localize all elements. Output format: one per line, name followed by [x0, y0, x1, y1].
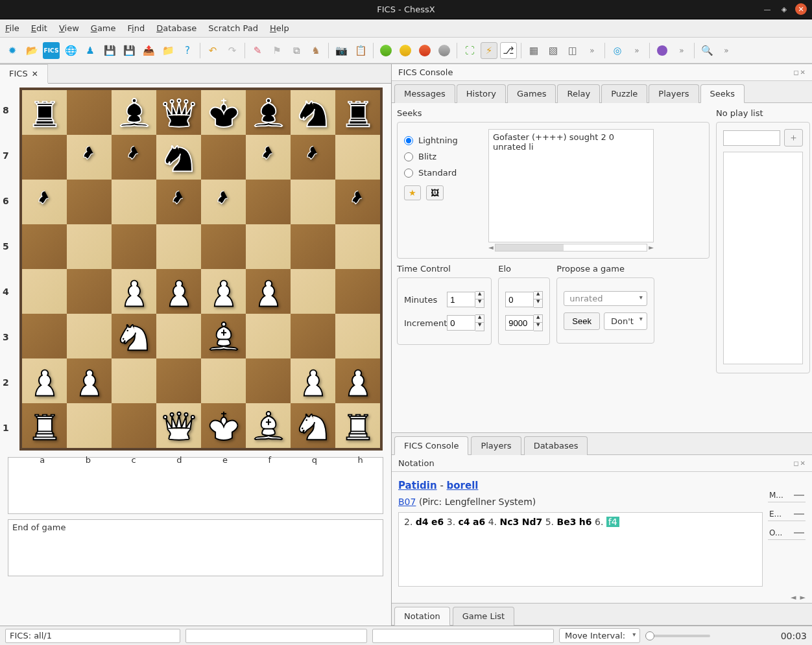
minutes-input[interactable]: [447, 292, 475, 307]
export-icon[interactable]: 📤: [140, 42, 157, 59]
noplay-add-button[interactable]: ＋: [784, 129, 803, 147]
square-d2[interactable]: [156, 358, 201, 403]
square-q6[interactable]: [291, 180, 335, 224]
square-h5[interactable]: [335, 224, 380, 269]
radio-lightning[interactable]: [404, 136, 413, 145]
square-q5[interactable]: [291, 224, 335, 269]
folder2-icon[interactable]: 📁: [160, 42, 176, 59]
noplay-input[interactable]: [723, 130, 780, 146]
radio-standard[interactable]: [404, 169, 413, 178]
undo-icon[interactable]: ↶: [204, 42, 221, 59]
folder-open-icon[interactable]: 📂: [23, 42, 40, 59]
rated-select[interactable]: unrated: [564, 291, 647, 306]
square-a1[interactable]: [22, 403, 67, 448]
annotation-box[interactable]: [8, 457, 383, 514]
tab-games[interactable]: Games: [507, 84, 556, 103]
radio-blitz[interactable]: [404, 152, 413, 161]
minimize-icon[interactable]: —: [761, 3, 773, 15]
lower-tab-databases[interactable]: Databases: [524, 436, 588, 455]
grid2-icon[interactable]: ▧: [545, 42, 562, 59]
redo-icon[interactable]: ↷: [224, 42, 241, 59]
target-icon[interactable]: ◎: [609, 42, 626, 59]
more3-icon[interactable]: »: [673, 42, 690, 59]
square-e6[interactable]: [201, 180, 246, 224]
tab-seeks[interactable]: Seeks: [700, 84, 745, 103]
square-h6[interactable]: [335, 180, 380, 224]
globe-icon[interactable]: 🌐: [62, 42, 79, 59]
square-h1[interactable]: [335, 403, 380, 448]
expand-icon[interactable]: ⛶: [461, 42, 478, 59]
more1-icon[interactable]: »: [584, 42, 601, 59]
square-f4[interactable]: [246, 269, 291, 314]
elo-low-input[interactable]: [505, 292, 534, 307]
square-d8[interactable]: [156, 90, 201, 135]
square-c1[interactable]: [112, 403, 156, 448]
square-q4[interactable]: [291, 269, 335, 314]
gear-icon[interactable]: ✹: [4, 42, 21, 59]
square-q7[interactable]: [291, 135, 335, 180]
square-f3[interactable]: [246, 314, 291, 358]
square-c3[interactable]: [112, 314, 156, 358]
square-a6[interactable]: [22, 180, 67, 224]
square-b4[interactable]: [67, 269, 112, 314]
menu-scratch pad[interactable]: Scratch Pad: [208, 23, 258, 33]
square-d6[interactable]: [156, 180, 201, 224]
more2-icon[interactable]: »: [628, 42, 645, 59]
square-f7[interactable]: [246, 135, 291, 180]
square-f5[interactable]: [246, 224, 291, 269]
dot-grey-icon[interactable]: [436, 42, 453, 59]
square-c5[interactable]: [112, 224, 156, 269]
square-q1[interactable]: [291, 403, 335, 448]
lower-tab-players[interactable]: Players: [471, 436, 521, 455]
square-f1[interactable]: [246, 403, 291, 448]
menu-edit[interactable]: Edit: [31, 23, 47, 33]
square-h2[interactable]: [335, 358, 380, 403]
tab-messages[interactable]: Messages: [394, 84, 455, 103]
elo-low-down[interactable]: ▼: [534, 299, 542, 307]
slider-m...[interactable]: M...: [768, 489, 806, 502]
scroll-right-icon[interactable]: ►: [649, 244, 654, 252]
horse-icon[interactable]: ♞: [307, 42, 324, 59]
tab-relay[interactable]: Relay: [557, 84, 600, 103]
square-b6[interactable]: [67, 180, 112, 224]
noplay-list[interactable]: [723, 152, 803, 364]
tab-puzzle[interactable]: Puzzle: [601, 84, 647, 103]
menu-database[interactable]: Database: [156, 23, 197, 33]
square-h8[interactable]: [335, 90, 380, 135]
square-c4[interactable]: [112, 269, 156, 314]
save-icon[interactable]: 💾: [101, 42, 118, 59]
chess-board[interactable]: [19, 88, 383, 451]
scroll-left-icon[interactable]: ◄: [488, 244, 494, 252]
square-e5[interactable]: [201, 224, 246, 269]
move-interval-select[interactable]: Move Interval:: [559, 628, 640, 643]
square-q2[interactable]: [291, 358, 335, 403]
copy-icon[interactable]: ⧉: [288, 42, 305, 59]
tab-players[interactable]: Players: [649, 84, 699, 103]
square-a5[interactable]: [22, 224, 67, 269]
square-c8[interactable]: [112, 90, 156, 135]
save-as-icon[interactable]: 💾: [121, 42, 137, 59]
more4-icon[interactable]: »: [718, 42, 735, 59]
square-e8[interactable]: [201, 90, 246, 135]
branch-icon[interactable]: ⎇: [500, 42, 517, 59]
menu-find[interactable]: Find: [128, 23, 145, 33]
bolt-icon[interactable]: ⚡: [481, 42, 497, 59]
fics-db-icon[interactable]: FICS: [43, 42, 60, 59]
search-icon[interactable]: 🔍: [699, 42, 715, 59]
increment-input[interactable]: [447, 315, 475, 331]
notation-tab-notation[interactable]: Notation: [394, 607, 450, 626]
nav-next-icon[interactable]: ►: [800, 593, 806, 602]
dot-red-icon[interactable]: [416, 42, 433, 59]
slider-o...[interactable]: O...: [768, 526, 806, 540]
square-h3[interactable]: [335, 314, 380, 358]
seek-button[interactable]: Seek: [564, 312, 600, 330]
square-a3[interactable]: [22, 314, 67, 358]
elo-high-down[interactable]: ▼: [534, 323, 542, 331]
square-f2[interactable]: [246, 358, 291, 403]
square-a7[interactable]: [22, 135, 67, 180]
square-a2[interactable]: [22, 358, 67, 403]
square-e3[interactable]: [201, 314, 246, 358]
square-d4[interactable]: [156, 269, 201, 314]
eco-link[interactable]: B07: [398, 497, 416, 507]
square-d5[interactable]: [156, 224, 201, 269]
